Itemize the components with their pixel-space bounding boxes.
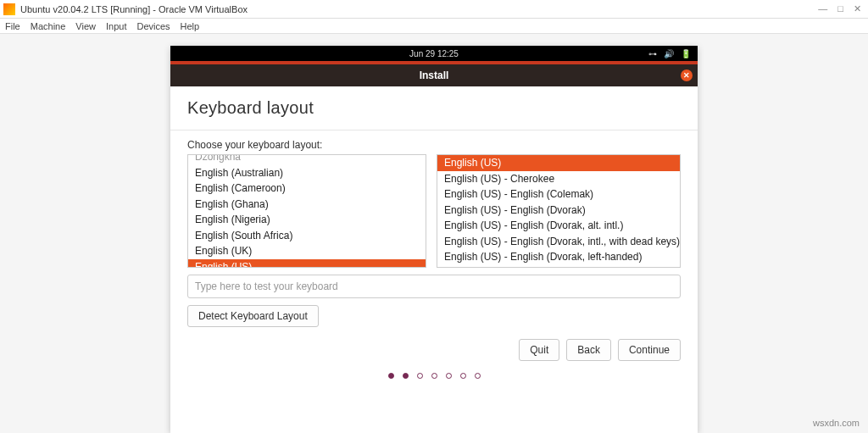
list-item[interactable]: English (UK) — [188, 243, 426, 259]
network-icon[interactable]: ⊶ — [648, 49, 657, 58]
installer-title: Install — [420, 69, 449, 81]
progress-dot — [431, 373, 437, 379]
menu-help[interactable]: Help — [181, 21, 200, 31]
volume-icon[interactable]: 🔊 — [664, 49, 674, 58]
list-item[interactable]: English (US) - Cherokee — [437, 171, 680, 187]
progress-dot — [446, 373, 452, 379]
list-item[interactable]: English (US) - English (Dvorak) — [437, 203, 680, 219]
installer-content: Keyboard layout Choose your keyboard lay… — [170, 86, 698, 433]
installer-header: Install ✕ — [170, 64, 698, 86]
watermark: wsxdn.com — [813, 418, 860, 428]
ubuntu-installer-window: Jun 29 12:25 ⊶ 🔊 🔋 Install ✕ Keyboard la… — [170, 46, 698, 433]
clock[interactable]: Jun 29 12:25 — [409, 49, 459, 58]
power-icon[interactable]: 🔋 — [681, 49, 691, 58]
list-item-selected[interactable]: English (US) — [437, 155, 680, 171]
list-item[interactable]: English (Australian) — [188, 165, 426, 181]
action-buttons: Quit Back Continue — [187, 339, 681, 361]
vbox-app-icon — [3, 3, 15, 15]
detect-row: Detect Keyboard Layout — [187, 305, 681, 327]
list-item[interactable]: English (US) - English (Dvorak, alt. int… — [437, 218, 680, 234]
menu-file[interactable]: File — [5, 21, 20, 31]
detect-keyboard-button[interactable]: Detect Keyboard Layout — [187, 305, 319, 327]
quit-button[interactable]: Quit — [519, 339, 559, 361]
vbox-window-buttons: — □ ✕ — [818, 3, 865, 14]
list-item[interactable]: English (Ghana) — [188, 197, 426, 213]
vbox-menubar: File Machine View Input Devices Help — [0, 19, 868, 34]
list-item[interactable]: English (US) - English (Dvorak, intl., w… — [437, 234, 680, 250]
list-item-selected[interactable]: English (US) — [188, 259, 426, 269]
vbox-titlebar: Ubuntu v20.04.2 LTS [Running] - Oracle V… — [0, 0, 868, 19]
list-item[interactable]: English (US) - English (Dvorak, left-han… — [437, 249, 680, 265]
back-button[interactable]: Back — [566, 339, 611, 361]
list-item[interactable]: English (US) - English (Colemak) — [437, 186, 680, 203]
list-item[interactable]: English (Cameroon) — [188, 180, 426, 197]
minimize-button[interactable]: — — [818, 3, 827, 14]
list-item[interactable]: Dzongkha — [188, 154, 426, 165]
progress-dot — [403, 373, 409, 379]
maximize-button[interactable]: □ — [837, 3, 843, 14]
ubuntu-topbar: Jun 29 12:25 ⊶ 🔊 🔋 — [170, 46, 698, 61]
choose-label: Choose your keyboard layout: — [187, 139, 681, 151]
list-item[interactable]: English (Nigeria) — [188, 212, 426, 228]
divider — [170, 130, 698, 130]
progress-dot — [388, 373, 394, 379]
progress-dot — [460, 373, 466, 379]
progress-dots — [187, 373, 681, 387]
progress-dot — [417, 373, 423, 379]
vbox-window-title: Ubuntu v20.04.2 LTS [Running] - Oracle V… — [20, 4, 818, 14]
system-tray[interactable]: ⊶ 🔊 🔋 — [648, 49, 691, 58]
menu-view[interactable]: View — [75, 21, 96, 31]
layout-list[interactable]: Dzongkha English (Australian) English (C… — [187, 154, 426, 268]
menu-devices[interactable]: Devices — [136, 21, 170, 31]
keyboard-test-input[interactable] — [187, 275, 681, 298]
keyboard-lists: Dzongkha English (Australian) English (C… — [187, 154, 681, 268]
list-item[interactable]: English (South Africa) — [188, 228, 426, 244]
list-item[interactable]: English (US) - English (Dvorak, right-ha… — [437, 265, 680, 269]
variant-list[interactable]: English (US) English (US) - Cherokee Eng… — [437, 154, 681, 268]
progress-dot — [475, 373, 481, 379]
vm-display-area: Jun 29 12:25 ⊶ 🔊 🔋 Install ✕ Keyboard la… — [0, 34, 868, 433]
close-icon[interactable]: ✕ — [681, 69, 693, 81]
menu-input[interactable]: Input — [106, 21, 126, 31]
close-window-button[interactable]: ✕ — [854, 3, 861, 14]
menu-machine[interactable]: Machine — [31, 21, 66, 31]
continue-button[interactable]: Continue — [618, 339, 681, 361]
page-title: Keyboard layout — [187, 98, 681, 118]
